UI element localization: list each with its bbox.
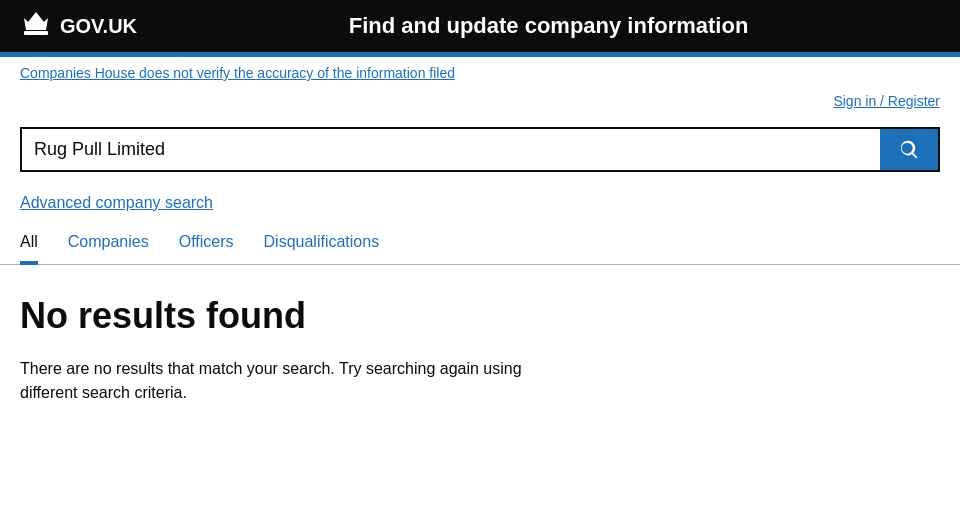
site-title: Find and update company information (157, 13, 940, 39)
logo-text: GOV.UK (60, 15, 137, 38)
results-area: No results found There are no results th… (0, 265, 960, 425)
tabs-row: All Companies Officers Disqualifications (20, 226, 940, 264)
no-results-description: There are no results that match your sea… (20, 357, 580, 405)
search-button[interactable] (880, 129, 938, 170)
advanced-search-link[interactable]: Advanced company search (20, 194, 213, 211)
sign-in-link[interactable]: Sign in / Register (833, 93, 940, 109)
tab-companies[interactable]: Companies (68, 227, 149, 265)
search-area (0, 117, 960, 186)
disclaimer-banner: Companies House does not verify the accu… (0, 57, 960, 89)
tabs-container: All Companies Officers Disqualifications (0, 216, 960, 265)
svg-rect-0 (24, 31, 48, 35)
search-icon (898, 139, 920, 161)
advanced-search-area: Advanced company search (0, 186, 960, 216)
search-input[interactable] (22, 129, 880, 170)
no-results-heading: No results found (20, 295, 940, 337)
sign-in-row: Sign in / Register (0, 89, 960, 117)
tab-officers[interactable]: Officers (179, 227, 234, 265)
search-box (20, 127, 940, 172)
disclaimer-link[interactable]: Companies House does not verify the accu… (20, 65, 455, 81)
tab-all[interactable]: All (20, 227, 38, 265)
tab-disqualifications[interactable]: Disqualifications (264, 227, 380, 265)
site-header: GOV.UK Find and update company informati… (0, 0, 960, 52)
gov-uk-logo: GOV.UK (20, 10, 137, 42)
crown-icon (20, 10, 52, 42)
